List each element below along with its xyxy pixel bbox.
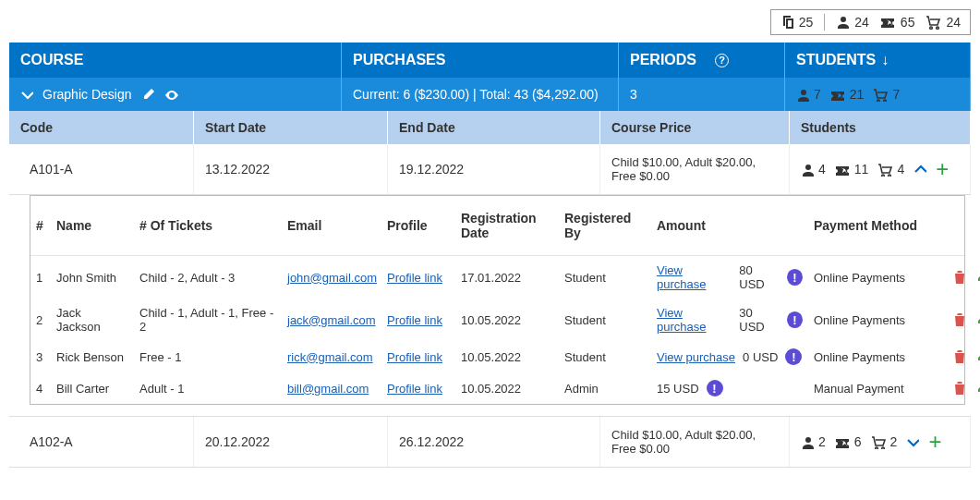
student-profile-link[interactable]: Profile link <box>387 313 442 327</box>
period-row: A102-A 20.12.2022 26.12.2022 Child $10.0… <box>9 416 971 468</box>
header-students[interactable]: STUDENTS ↓ <box>785 43 971 78</box>
student-tickets: Child - 2, Adult - 3 <box>134 263 282 292</box>
period-row: A101-A 13.12.2022 19.12.2022 Child $10.0… <box>9 144 971 195</box>
student-regby: Admin <box>559 374 651 403</box>
collapse-period-button[interactable] <box>913 163 926 176</box>
stat-people-value: 24 <box>854 15 869 30</box>
view-purchase-link[interactable]: View purchase <box>657 263 732 291</box>
view-purchase-link[interactable]: View purchase <box>657 350 735 364</box>
ih-regby: Registered By <box>559 203 651 248</box>
student-name: Rick Benson <box>51 343 134 372</box>
person-icon <box>801 163 815 177</box>
help-icon[interactable]: ? <box>715 54 729 67</box>
copies-icon <box>780 15 795 30</box>
header-purchases-label: PURCHASES <box>353 52 445 68</box>
edit-student-button[interactable] <box>975 349 980 364</box>
student-row: 2Jack JacksonChild - 1, Adult - 1, Free … <box>30 299 964 341</box>
student-tickets: Child - 1, Adult - 1, Free - 2 <box>134 299 282 341</box>
ih-regdate: Registration Date <box>455 203 559 248</box>
course-name-cell[interactable]: Graphic Design <box>9 78 342 111</box>
course-purchases-cell: Current: 6 ($230.00) | Total: 43 ($4,292… <box>342 78 619 111</box>
edit-student-button[interactable] <box>975 312 980 327</box>
delete-student-button[interactable] <box>952 349 966 364</box>
delete-student-button[interactable] <box>952 381 966 396</box>
student-num: 3 <box>30 343 51 372</box>
stat-tickets-value: 65 <box>901 15 915 30</box>
student-profile-link[interactable]: Profile link <box>387 350 442 364</box>
student-amount-cell: 15 USD! <box>651 372 808 404</box>
students-header-row: # Name # Of Tickets Email Profile Regist… <box>30 196 964 256</box>
student-payment: Online Payments <box>808 343 947 372</box>
student-amount: 30 USD <box>739 306 780 334</box>
alert-icon[interactable]: ! <box>785 348 802 365</box>
student-name: John Smith <box>51 263 134 292</box>
top-stats-box: 25 24 65 24 <box>770 9 971 35</box>
period-price: Child $10.00, Adult $20.00, Free $0.00 <box>600 417 790 467</box>
delete-student-button[interactable] <box>952 270 966 285</box>
student-tickets: Free - 1 <box>134 343 282 372</box>
header-purchases[interactable]: PURCHASES <box>342 43 619 78</box>
student-row: 3Rick BensonFree - 1rick@gmail.comProfil… <box>30 341 964 372</box>
alert-icon[interactable]: ! <box>707 380 723 396</box>
delete-student-button[interactable] <box>952 312 966 327</box>
edit-course-button[interactable] <box>141 88 155 102</box>
chevron-down-icon[interactable] <box>20 88 33 101</box>
add-student-button[interactable]: + <box>936 158 949 180</box>
ticket-icon <box>835 435 851 449</box>
student-num: 4 <box>30 374 51 403</box>
student-regdate: 10.05.2022 <box>455 306 559 335</box>
student-profile-link[interactable]: Profile link <box>387 271 442 285</box>
student-email-link[interactable]: jack@gmail.com <box>287 313 376 327</box>
table-header-row: COURSE PURCHASES PERIODS ? STUDENTS ↓ <box>9 43 971 78</box>
person-icon <box>801 435 815 449</box>
student-email-link[interactable]: rick@gmail.com <box>287 350 373 364</box>
course-purchases-value: Current: 6 ($230.00) | Total: 43 ($4,292… <box>353 87 599 102</box>
period-end: 19.12.2022 <box>388 144 600 194</box>
stat-carts-value: 24 <box>946 15 961 30</box>
student-regdate: 10.05.2022 <box>455 374 559 403</box>
student-amount-cell: View purchase 30 USD! <box>651 299 808 341</box>
student-tickets: Adult - 1 <box>134 374 282 403</box>
edit-student-button[interactable] <box>975 270 980 285</box>
top-stats-bar: 25 24 65 24 <box>9 9 971 35</box>
student-amount: 80 USD <box>739 263 780 291</box>
view-purchase-link[interactable]: View purchase <box>657 306 732 334</box>
ih-num: # <box>30 211 51 240</box>
period-price: Child $10.00, Adult $20.00, Free $0.00 <box>600 144 790 194</box>
student-payment: Online Payments <box>808 263 947 292</box>
period-code: A101-A <box>9 144 194 194</box>
course-periods-value: 3 <box>630 87 637 102</box>
alert-icon[interactable]: ! <box>787 269 803 286</box>
period-people: 2 <box>818 434 826 449</box>
student-regdate: 10.05.2022 <box>455 343 559 372</box>
student-row: 1John SmithChild - 2, Adult - 3john@gmai… <box>30 256 964 299</box>
cart-icon <box>926 15 942 30</box>
course-students-cart: 7 <box>892 87 900 102</box>
period-cart: 2 <box>890 434 898 449</box>
view-course-button[interactable] <box>164 88 180 102</box>
stat-people: 24 <box>836 15 869 30</box>
alert-icon[interactable]: ! <box>787 311 803 328</box>
period-end: 26.12.2022 <box>388 417 600 467</box>
edit-student-button[interactable] <box>975 381 980 396</box>
add-student-button[interactable]: + <box>928 431 941 453</box>
period-tickets: 11 <box>854 162 869 177</box>
header-course-label: COURSE <box>20 52 83 68</box>
cart-icon <box>873 88 889 102</box>
expand-period-button[interactable] <box>906 435 919 448</box>
header-course[interactable]: COURSE <box>9 43 342 78</box>
course-students-people: 7 <box>814 87 821 102</box>
ih-name: Name <box>51 211 134 240</box>
period-tickets: 6 <box>854 434 862 449</box>
students-table: # Name # Of Tickets Email Profile Regist… <box>30 195 965 405</box>
student-email-link[interactable]: bill@gmail.com <box>287 382 369 396</box>
student-payment: Online Payments <box>808 306 947 335</box>
stats-divider <box>824 14 825 30</box>
header-periods[interactable]: PERIODS ? <box>619 43 785 78</box>
student-profile-link[interactable]: Profile link <box>387 382 442 396</box>
period-students-cell: 2 6 2 + <box>790 417 971 467</box>
student-regby: Student <box>559 306 651 335</box>
student-email-link[interactable]: john@gmail.com <box>287 271 377 285</box>
student-row: 4Bill CarterAdult - 1bill@gmail.comProfi… <box>30 372 964 404</box>
student-amount-cell: View purchase 0 USD! <box>651 341 808 372</box>
